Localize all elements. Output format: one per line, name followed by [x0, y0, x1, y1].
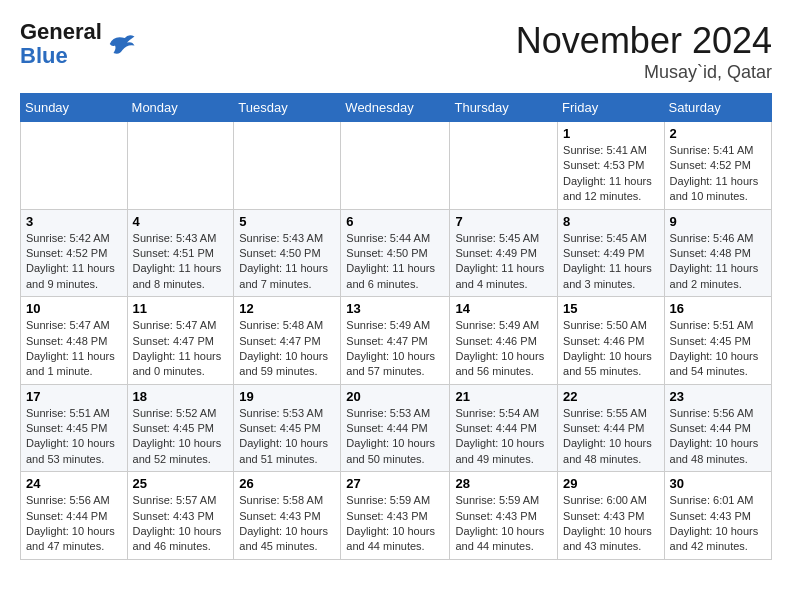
day-info: Sunrise: 5:41 AM Sunset: 4:52 PM Dayligh… [670, 143, 766, 205]
week-row-2: 3Sunrise: 5:42 AM Sunset: 4:52 PM Daylig… [21, 209, 772, 297]
day-number: 17 [26, 389, 122, 404]
calendar-cell: 20Sunrise: 5:53 AM Sunset: 4:44 PM Dayli… [341, 384, 450, 472]
day-info: Sunrise: 5:52 AM Sunset: 4:45 PM Dayligh… [133, 406, 229, 468]
day-info: Sunrise: 5:56 AM Sunset: 4:44 PM Dayligh… [26, 493, 122, 555]
calendar-cell: 6Sunrise: 5:44 AM Sunset: 4:50 PM Daylig… [341, 209, 450, 297]
calendar-cell: 13Sunrise: 5:49 AM Sunset: 4:47 PM Dayli… [341, 297, 450, 385]
day-number: 7 [455, 214, 552, 229]
week-row-5: 24Sunrise: 5:56 AM Sunset: 4:44 PM Dayli… [21, 472, 772, 560]
day-number: 5 [239, 214, 335, 229]
weekday-header-saturday: Saturday [664, 94, 771, 122]
header: General Blue November 2024 Musay`id, Qat… [20, 20, 772, 83]
weekday-header-tuesday: Tuesday [234, 94, 341, 122]
day-info: Sunrise: 6:01 AM Sunset: 4:43 PM Dayligh… [670, 493, 766, 555]
day-info: Sunrise: 5:57 AM Sunset: 4:43 PM Dayligh… [133, 493, 229, 555]
day-info: Sunrise: 5:42 AM Sunset: 4:52 PM Dayligh… [26, 231, 122, 293]
weekday-header-row: SundayMondayTuesdayWednesdayThursdayFrid… [21, 94, 772, 122]
calendar-cell [234, 122, 341, 210]
week-row-4: 17Sunrise: 5:51 AM Sunset: 4:45 PM Dayli… [21, 384, 772, 472]
day-number: 14 [455, 301, 552, 316]
day-info: Sunrise: 5:48 AM Sunset: 4:47 PM Dayligh… [239, 318, 335, 380]
day-info: Sunrise: 5:59 AM Sunset: 4:43 PM Dayligh… [346, 493, 444, 555]
day-number: 30 [670, 476, 766, 491]
calendar-cell: 18Sunrise: 5:52 AM Sunset: 4:45 PM Dayli… [127, 384, 234, 472]
day-number: 27 [346, 476, 444, 491]
calendar-cell [450, 122, 558, 210]
calendar-cell: 3Sunrise: 5:42 AM Sunset: 4:52 PM Daylig… [21, 209, 128, 297]
day-number: 16 [670, 301, 766, 316]
day-info: Sunrise: 5:53 AM Sunset: 4:44 PM Dayligh… [346, 406, 444, 468]
day-number: 3 [26, 214, 122, 229]
calendar-cell: 4Sunrise: 5:43 AM Sunset: 4:51 PM Daylig… [127, 209, 234, 297]
day-info: Sunrise: 5:51 AM Sunset: 4:45 PM Dayligh… [26, 406, 122, 468]
day-number: 9 [670, 214, 766, 229]
day-info: Sunrise: 5:47 AM Sunset: 4:48 PM Dayligh… [26, 318, 122, 380]
calendar-cell: 30Sunrise: 6:01 AM Sunset: 4:43 PM Dayli… [664, 472, 771, 560]
day-info: Sunrise: 5:45 AM Sunset: 4:49 PM Dayligh… [455, 231, 552, 293]
calendar-cell: 9Sunrise: 5:46 AM Sunset: 4:48 PM Daylig… [664, 209, 771, 297]
calendar-cell: 25Sunrise: 5:57 AM Sunset: 4:43 PM Dayli… [127, 472, 234, 560]
calendar-cell [127, 122, 234, 210]
weekday-header-sunday: Sunday [21, 94, 128, 122]
day-info: Sunrise: 5:58 AM Sunset: 4:43 PM Dayligh… [239, 493, 335, 555]
calendar-cell: 26Sunrise: 5:58 AM Sunset: 4:43 PM Dayli… [234, 472, 341, 560]
day-number: 29 [563, 476, 659, 491]
location-title: Musay`id, Qatar [516, 62, 772, 83]
logo-general: General [20, 20, 102, 44]
day-number: 24 [26, 476, 122, 491]
logo-blue: Blue [20, 44, 102, 68]
calendar-cell: 27Sunrise: 5:59 AM Sunset: 4:43 PM Dayli… [341, 472, 450, 560]
calendar-cell [21, 122, 128, 210]
day-info: Sunrise: 5:46 AM Sunset: 4:48 PM Dayligh… [670, 231, 766, 293]
week-row-1: 1Sunrise: 5:41 AM Sunset: 4:53 PM Daylig… [21, 122, 772, 210]
day-number: 25 [133, 476, 229, 491]
calendar-cell: 12Sunrise: 5:48 AM Sunset: 4:47 PM Dayli… [234, 297, 341, 385]
day-info: Sunrise: 5:56 AM Sunset: 4:44 PM Dayligh… [670, 406, 766, 468]
calendar-cell: 22Sunrise: 5:55 AM Sunset: 4:44 PM Dayli… [558, 384, 665, 472]
day-number: 20 [346, 389, 444, 404]
logo-text: General Blue [20, 20, 102, 68]
day-number: 13 [346, 301, 444, 316]
day-number: 4 [133, 214, 229, 229]
weekday-header-friday: Friday [558, 94, 665, 122]
calendar-cell: 2Sunrise: 5:41 AM Sunset: 4:52 PM Daylig… [664, 122, 771, 210]
day-info: Sunrise: 5:47 AM Sunset: 4:47 PM Dayligh… [133, 318, 229, 380]
day-number: 19 [239, 389, 335, 404]
day-number: 26 [239, 476, 335, 491]
day-info: Sunrise: 5:51 AM Sunset: 4:45 PM Dayligh… [670, 318, 766, 380]
month-title: November 2024 [516, 20, 772, 62]
calendar-cell: 11Sunrise: 5:47 AM Sunset: 4:47 PM Dayli… [127, 297, 234, 385]
day-info: Sunrise: 5:45 AM Sunset: 4:49 PM Dayligh… [563, 231, 659, 293]
day-number: 15 [563, 301, 659, 316]
weekday-header-thursday: Thursday [450, 94, 558, 122]
calendar-cell: 1Sunrise: 5:41 AM Sunset: 4:53 PM Daylig… [558, 122, 665, 210]
day-info: Sunrise: 5:55 AM Sunset: 4:44 PM Dayligh… [563, 406, 659, 468]
day-info: Sunrise: 5:49 AM Sunset: 4:46 PM Dayligh… [455, 318, 552, 380]
calendar-cell: 21Sunrise: 5:54 AM Sunset: 4:44 PM Dayli… [450, 384, 558, 472]
day-info: Sunrise: 5:43 AM Sunset: 4:50 PM Dayligh… [239, 231, 335, 293]
calendar-cell: 5Sunrise: 5:43 AM Sunset: 4:50 PM Daylig… [234, 209, 341, 297]
calendar-cell: 17Sunrise: 5:51 AM Sunset: 4:45 PM Dayli… [21, 384, 128, 472]
day-number: 21 [455, 389, 552, 404]
day-info: Sunrise: 5:49 AM Sunset: 4:47 PM Dayligh… [346, 318, 444, 380]
day-info: Sunrise: 5:59 AM Sunset: 4:43 PM Dayligh… [455, 493, 552, 555]
weekday-header-monday: Monday [127, 94, 234, 122]
logo: General Blue [20, 20, 136, 68]
calendar-cell: 28Sunrise: 5:59 AM Sunset: 4:43 PM Dayli… [450, 472, 558, 560]
day-number: 1 [563, 126, 659, 141]
day-number: 22 [563, 389, 659, 404]
calendar-cell: 10Sunrise: 5:47 AM Sunset: 4:48 PM Dayli… [21, 297, 128, 385]
day-number: 10 [26, 301, 122, 316]
day-info: Sunrise: 5:41 AM Sunset: 4:53 PM Dayligh… [563, 143, 659, 205]
calendar-cell: 7Sunrise: 5:45 AM Sunset: 4:49 PM Daylig… [450, 209, 558, 297]
calendar-cell: 14Sunrise: 5:49 AM Sunset: 4:46 PM Dayli… [450, 297, 558, 385]
calendar-table: SundayMondayTuesdayWednesdayThursdayFrid… [20, 93, 772, 560]
calendar-cell [341, 122, 450, 210]
weekday-header-wednesday: Wednesday [341, 94, 450, 122]
day-info: Sunrise: 5:50 AM Sunset: 4:46 PM Dayligh… [563, 318, 659, 380]
day-number: 28 [455, 476, 552, 491]
calendar-cell: 29Sunrise: 6:00 AM Sunset: 4:43 PM Dayli… [558, 472, 665, 560]
calendar-cell: 23Sunrise: 5:56 AM Sunset: 4:44 PM Dayli… [664, 384, 771, 472]
calendar-cell: 16Sunrise: 5:51 AM Sunset: 4:45 PM Dayli… [664, 297, 771, 385]
logo-bird-icon [106, 29, 136, 59]
